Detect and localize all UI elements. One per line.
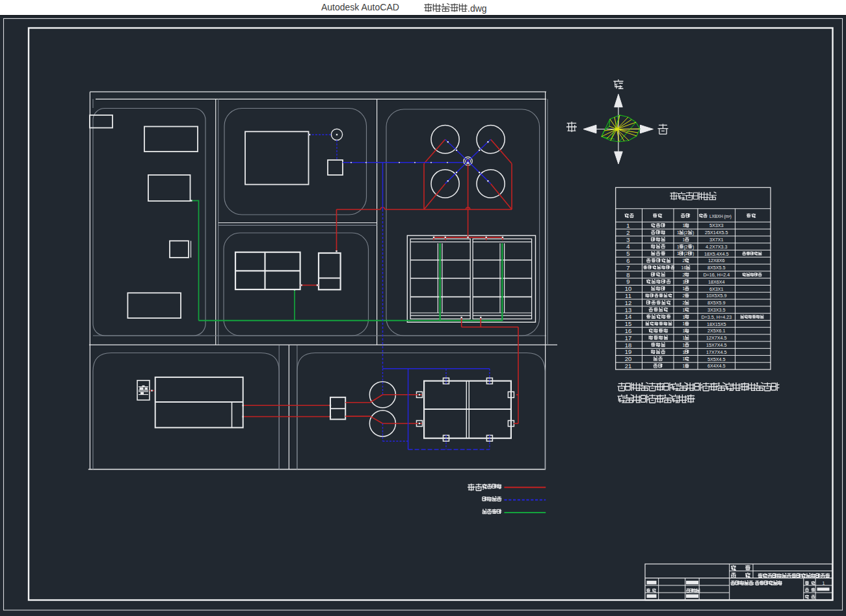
- svg-text:16: 16: [681, 265, 687, 270]
- svg-text:): ): [693, 230, 694, 235]
- svg-text:18X15X5: 18X15X5: [707, 321, 726, 327]
- svg-text:20: 20: [625, 355, 632, 362]
- svg-text:1: 1: [823, 581, 825, 585]
- svg-text:D=16, H=2.4: D=16, H=2.4: [703, 272, 730, 278]
- svg-text:1: 1: [682, 336, 685, 340]
- svg-text:1: 1: [682, 343, 685, 347]
- svg-text:21: 21: [625, 362, 632, 369]
- svg-text:(2: (2: [683, 230, 687, 235]
- svg-text:13: 13: [625, 306, 632, 314]
- svg-text:10: 10: [625, 285, 632, 292]
- svg-text:2: 2: [682, 273, 685, 277]
- svg-text:2: 2: [682, 258, 685, 263]
- svg-text:5: 5: [626, 250, 629, 257]
- svg-text:1: 1: [677, 230, 680, 235]
- svg-text:2: 2: [682, 293, 685, 298]
- svg-text:1: 1: [677, 251, 680, 256]
- svg-text:12: 12: [625, 299, 632, 306]
- svg-text:12X8X6: 12X8X6: [708, 258, 725, 263]
- svg-text:4.2X7X3.3: 4.2X7X3.3: [706, 244, 728, 250]
- svg-text:15X7X4.5: 15X7X4.5: [706, 342, 727, 348]
- svg-text:1: 1: [682, 356, 685, 361]
- svg-text:6: 6: [626, 257, 629, 264]
- svg-text:18: 18: [625, 341, 632, 349]
- svg-text:17: 17: [625, 334, 632, 341]
- svg-text:18X6X4: 18X6X4: [708, 279, 725, 285]
- svg-text:1: 1: [626, 222, 629, 229]
- svg-text:2: 2: [682, 301, 685, 305]
- svg-text:1: 1: [682, 286, 685, 291]
- svg-text:(2: (2: [683, 245, 687, 250]
- svg-text:6X3X1: 6X3X1: [709, 286, 724, 292]
- svg-text:): ): [693, 251, 694, 256]
- svg-text:): ): [693, 245, 694, 250]
- svg-text:9: 9: [626, 278, 629, 285]
- svg-text:15: 15: [625, 320, 632, 327]
- svg-text:11: 11: [625, 292, 631, 299]
- svg-text:5X3X3: 5X3X3: [709, 222, 724, 228]
- svg-text:1: 1: [682, 364, 685, 368]
- svg-text:19: 19: [625, 348, 632, 355]
- svg-text:14: 14: [625, 313, 632, 320]
- svg-text:8: 8: [626, 271, 629, 278]
- svg-text:3X3X3.5: 3X3X3.5: [707, 307, 726, 313]
- svg-text:7: 7: [626, 264, 629, 271]
- svg-text:LXBXH (m³): LXBXH (m³): [709, 214, 732, 219]
- svg-text:5X5X4.5: 5X5X4.5: [707, 356, 726, 362]
- svg-text:8X5X5.5: 8X5X5.5: [707, 265, 726, 271]
- svg-text:6X4X4.5: 6X4X4.5: [707, 363, 726, 369]
- svg-text:(2: (2: [683, 251, 687, 256]
- svg-text:16: 16: [625, 327, 632, 334]
- svg-text:1: 1: [682, 350, 685, 355]
- svg-text:1: 1: [682, 237, 685, 242]
- svg-text:3X7X1: 3X7X1: [709, 237, 724, 243]
- svg-text:1: 1: [682, 223, 685, 228]
- svg-text:1: 1: [682, 321, 685, 326]
- svg-text:2X5X6.1: 2X5X6.1: [707, 328, 726, 334]
- svg-text:3: 3: [626, 236, 629, 243]
- svg-text:8X5X5.9: 8X5X5.9: [707, 300, 726, 306]
- svg-text:1: 1: [682, 308, 685, 312]
- svg-text:18X5.4X4.5: 18X5.4X4.5: [704, 251, 729, 257]
- svg-text:17X7X4.5: 17X7X4.5: [706, 349, 727, 355]
- svg-text:25X14X5.5: 25X14X5.5: [705, 230, 728, 235]
- svg-text:12X7X4.5: 12X7X4.5: [706, 335, 727, 341]
- svg-text:1: 1: [682, 315, 685, 319]
- svg-text:1: 1: [682, 328, 685, 333]
- svg-text:4: 4: [626, 243, 629, 250]
- svg-text:1: 1: [677, 245, 680, 249]
- svg-text:2: 2: [626, 229, 629, 236]
- svg-text:D=3.5, H=4.23: D=3.5, H=4.23: [701, 314, 732, 320]
- svg-text:1: 1: [682, 280, 685, 284]
- svg-text:10X5X5.9: 10X5X5.9: [706, 293, 727, 299]
